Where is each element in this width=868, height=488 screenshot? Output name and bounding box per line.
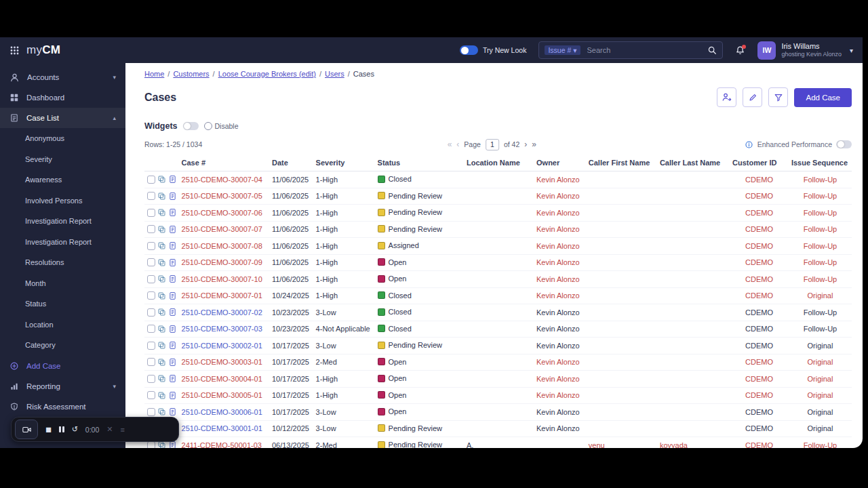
sidebar-subitem-resolutions[interactable]: Resolutions	[0, 252, 125, 273]
row-checkbox[interactable]	[147, 408, 155, 416]
document-icon[interactable]	[168, 358, 177, 367]
document-icon[interactable]	[168, 341, 177, 350]
copy-icon[interactable]	[157, 391, 166, 400]
row-checkbox[interactable]	[147, 209, 155, 217]
row-checkbox[interactable]	[147, 308, 155, 317]
column-header-case-[interactable]: Case #	[179, 154, 269, 171]
sidebar-item-accounts[interactable]: Accounts▾	[0, 67, 125, 87]
widgets-disable[interactable]: Disable	[204, 122, 239, 130]
document-icon[interactable]	[168, 274, 177, 283]
stop-button[interactable]: ◼	[45, 426, 52, 433]
case-number-link[interactable]: 2510-CDEMO-30007-06	[179, 205, 269, 222]
copy-icon[interactable]	[157, 308, 166, 317]
sidebar-subitem-severity[interactable]: Severity	[0, 149, 125, 170]
sidebar-item-case-list[interactable]: Case List▴	[0, 108, 125, 128]
enhanced-performance-toggle[interactable]	[836, 140, 852, 148]
row-checkbox[interactable]	[147, 325, 155, 333]
copy-icon[interactable]	[157, 274, 166, 283]
sidebar-subitem-month[interactable]: Month	[0, 273, 125, 294]
row-checkbox[interactable]	[147, 358, 155, 366]
camera-button[interactable]	[15, 420, 38, 439]
document-icon[interactable]	[168, 325, 177, 333]
sidebar-subitem-investigation-report[interactable]: Investigation Report	[0, 232, 125, 253]
case-number-link[interactable]: 2510-CDEMO-30007-03	[179, 321, 269, 338]
case-number-link[interactable]: 2510-CDEMO-30005-01	[179, 387, 269, 404]
document-icon[interactable]	[168, 391, 177, 400]
sidebar-item-risk-assessment[interactable]: Risk Assessment	[0, 396, 125, 417]
case-number-link[interactable]: 2510-CDEMO-30007-05	[179, 188, 269, 205]
sidebar-subitem-awareness[interactable]: Awareness	[0, 169, 125, 190]
breadcrumb-link[interactable]: Users	[325, 70, 344, 78]
sidebar-subitem-location[interactable]: Location	[0, 314, 125, 336]
document-icon[interactable]	[168, 308, 177, 317]
row-checkbox[interactable]	[147, 225, 155, 233]
row-checkbox[interactable]	[147, 275, 155, 283]
delete-recording-button[interactable]: ✕	[106, 425, 113, 434]
document-icon[interactable]	[168, 192, 177, 201]
copy-icon[interactable]	[157, 407, 166, 416]
copy-icon[interactable]	[157, 192, 166, 201]
row-checkbox[interactable]	[147, 176, 155, 184]
info-icon[interactable]	[745, 140, 753, 149]
row-checkbox[interactable]	[147, 342, 155, 350]
last-page-icon[interactable]: »	[532, 140, 536, 148]
copy-icon[interactable]	[157, 175, 166, 184]
prev-page-icon[interactable]: ‹	[456, 140, 459, 148]
sidebar-subitem-anonymous[interactable]: Anonymous	[0, 128, 125, 149]
row-checkbox[interactable]	[147, 391, 155, 399]
case-number-link[interactable]: 2510-CDEMO-30007-01	[179, 287, 269, 304]
column-header-owner[interactable]: Owner	[534, 154, 586, 171]
notifications-bell-icon[interactable]	[735, 45, 745, 56]
column-header-customer-id[interactable]: Customer ID	[730, 154, 789, 171]
search-icon[interactable]	[707, 45, 717, 55]
row-checkbox[interactable]	[147, 291, 155, 300]
user-menu[interactable]: IW Iris Willams ghosting Kevin Alonzo ▾	[757, 41, 853, 60]
case-number-link[interactable]: 2510-CDEMO-30003-01	[179, 354, 269, 371]
apps-grid-icon[interactable]	[9, 45, 20, 56]
pause-button[interactable]	[59, 426, 64, 432]
document-icon[interactable]	[168, 175, 177, 184]
case-number-link[interactable]: 2510-CDEMO-30001-01	[179, 420, 269, 437]
search-filter-dropdown[interactable]: Issue #▾	[545, 45, 580, 55]
case-number-link[interactable]: 2510-CDEMO-30007-02	[179, 304, 269, 321]
breadcrumb-link[interactable]: Loose Courage Brokers (edit)	[218, 70, 316, 78]
case-number-link[interactable]: 2510-CDEMO-30002-01	[179, 338, 269, 354]
page-input[interactable]	[486, 139, 499, 150]
column-header-date[interactable]: Date	[269, 154, 313, 171]
breadcrumb-link[interactable]: Customers	[173, 70, 209, 78]
column-header-caller-first-name[interactable]: Caller First Name	[586, 154, 657, 171]
add-case-button[interactable]: Add Case	[794, 88, 852, 107]
sidebar-item-add-case[interactable]: Add Case	[0, 356, 125, 376]
sidebar-subitem-category[interactable]: Category	[0, 335, 125, 356]
row-checkbox[interactable]	[147, 375, 155, 383]
copy-icon[interactable]	[157, 241, 166, 250]
copy-icon[interactable]	[157, 374, 166, 383]
recorder-more-button[interactable]: ≡	[121, 426, 125, 434]
document-icon[interactable]	[168, 291, 177, 300]
copy-icon[interactable]	[157, 208, 166, 217]
case-number-link[interactable]: 2510-CDEMO-30007-08	[179, 238, 269, 255]
edit-button[interactable]	[743, 87, 762, 107]
column-header-severity[interactable]: Severity	[313, 154, 375, 171]
copy-icon[interactable]	[157, 341, 166, 350]
copy-icon[interactable]	[157, 291, 166, 300]
document-icon[interactable]	[168, 374, 177, 383]
first-page-icon[interactable]: «	[448, 140, 452, 148]
next-page-icon[interactable]: ›	[524, 140, 527, 148]
widgets-toggle[interactable]	[183, 122, 199, 130]
sidebar-subitem-involved-persons[interactable]: Involved Persons	[0, 190, 125, 211]
filter-button[interactable]	[768, 87, 788, 107]
case-number-link[interactable]: 2510-CDEMO-30004-01	[179, 371, 269, 388]
document-icon[interactable]	[168, 407, 177, 416]
column-header-caller-last-name[interactable]: Caller Last Name	[657, 154, 730, 171]
sidebar-item-reporting[interactable]: Reporting▾	[0, 376, 125, 396]
search-input[interactable]	[586, 45, 703, 55]
case-number-link[interactable]: 2510-CDEMO-30007-10	[179, 271, 269, 288]
row-checkbox[interactable]	[147, 258, 155, 266]
row-checkbox[interactable]	[147, 192, 155, 200]
case-number-link[interactable]: 2510-CDEMO-30007-07	[179, 221, 269, 238]
document-icon[interactable]	[168, 225, 177, 234]
case-number-link[interactable]: 2510-CDEMO-30007-04	[179, 171, 269, 188]
document-icon[interactable]	[168, 258, 177, 267]
copy-icon[interactable]	[157, 358, 166, 367]
